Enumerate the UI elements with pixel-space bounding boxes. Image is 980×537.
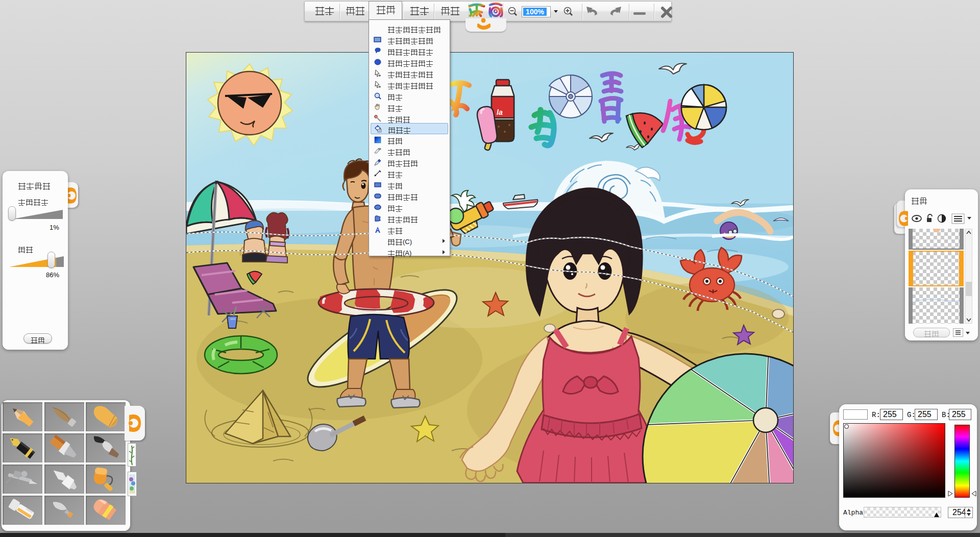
svg-text:la: la	[497, 108, 503, 116]
